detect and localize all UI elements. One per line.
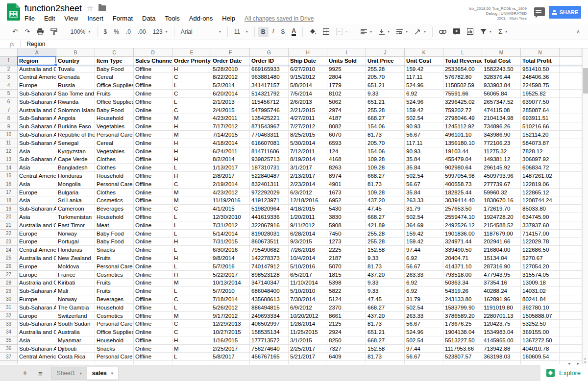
cell-G3[interactable]: 963881480 xyxy=(250,73,289,81)
cell-I6[interactable]: 5062 xyxy=(327,98,366,106)
cell-A33[interactable]: Sub-Saharan Afr xyxy=(18,320,56,328)
column-header-H[interactable]: H xyxy=(289,48,327,57)
cell-N14[interactable]: 606834.72 xyxy=(521,164,560,172)
cell-J6[interactable]: 651.21 xyxy=(366,98,405,106)
cell-H24[interactable]: 7/26/2016 xyxy=(289,246,327,254)
cell-L27[interactable]: 793518.00 xyxy=(443,271,482,279)
cell-partial-25[interactable] xyxy=(560,254,582,262)
cell-N12[interactable]: 7828.12 xyxy=(521,147,560,156)
cell-C16[interactable]: Personal Care xyxy=(95,180,134,189)
row-header-35[interactable]: 35 xyxy=(0,336,18,345)
cell-K31[interactable]: 502.54 xyxy=(405,304,443,312)
cell-partial-29[interactable] xyxy=(560,287,582,295)
cell-N34[interactable]: 369155.00 xyxy=(521,328,560,336)
cell-J13[interactable]: 109.28 xyxy=(366,155,405,164)
cell-E37[interactable]: L xyxy=(172,353,211,361)
cell-K32[interactable]: 263.33 xyxy=(405,312,443,320)
cell-J37[interactable]: 81.73 xyxy=(366,353,405,361)
cell-G14[interactable]: 187310731 xyxy=(250,164,289,172)
cell-E30[interactable]: C xyxy=(172,295,211,304)
cell-K3[interactable]: 117.11 xyxy=(405,73,443,81)
cell-G27[interactable]: 898523128 xyxy=(250,271,289,279)
cell-D22[interactable]: Online xyxy=(134,230,172,238)
cell-B5[interactable]: Sao Tome and P xyxy=(56,90,95,98)
cell-B8[interactable]: Angola xyxy=(56,114,95,122)
cell-I17[interactable]: 1673 xyxy=(327,189,366,197)
text-wrap-button[interactable]: ▾ xyxy=(393,27,411,36)
cell-M11[interactable]: 772106.23 xyxy=(482,139,521,147)
cell-G29[interactable]: 686048400 xyxy=(250,287,289,295)
cell-G23[interactable]: 860673511 xyxy=(250,238,289,246)
cell-H13[interactable]: 8/19/2014 xyxy=(289,155,327,164)
cell-H4[interactable]: 5/8/2014 xyxy=(289,81,327,90)
cell-G15[interactable]: 522840487 xyxy=(250,172,289,180)
cell-partial-19[interactable] xyxy=(560,205,582,213)
cell-G25[interactable]: 142278373 xyxy=(250,254,289,262)
cell-F18[interactable]: 11/19/2016 xyxy=(211,196,250,205)
menu-addons[interactable]: Add-ons xyxy=(189,15,213,22)
cell-J25[interactable]: 9.33 xyxy=(366,254,405,262)
vertical-scrollbar[interactable]: ▴ ▾ xyxy=(582,48,588,364)
cell-H21[interactable]: 9/11/2012 xyxy=(289,221,327,230)
row-header-37[interactable]: 37 xyxy=(0,353,18,361)
cell-I19[interactable]: 5430 xyxy=(327,205,366,213)
cell-sliver-7[interactable] xyxy=(289,361,327,364)
cell-D13[interactable]: Offline xyxy=(134,155,172,164)
cell-D12[interactable]: Online xyxy=(134,147,172,156)
row-header-23[interactable]: 23 xyxy=(0,238,18,246)
format-percent-button[interactable]: % xyxy=(110,27,122,37)
cell-E2[interactable]: H xyxy=(172,65,211,73)
cell-G17[interactable]: 972292029 xyxy=(250,189,289,197)
cell-partial-15[interactable] xyxy=(560,172,582,180)
cell-K35[interactable]: 502.54 xyxy=(405,336,443,345)
cell-I2[interactable]: 9925 xyxy=(327,65,366,73)
cell-N2[interactable]: 951410.50 xyxy=(521,65,560,73)
cell-D36[interactable]: Online xyxy=(134,345,172,353)
cell-K12[interactable]: 90.93 xyxy=(405,147,443,156)
cell-M36[interactable]: 713942.88 xyxy=(482,345,521,353)
cell-partial-31[interactable] xyxy=(560,304,582,312)
cell-partial-7[interactable] xyxy=(560,106,582,115)
cell-K4[interactable]: 524.96 xyxy=(405,81,443,90)
cell-G20[interactable]: 441619336 xyxy=(250,213,289,221)
cell-B14[interactable]: Bangladesh xyxy=(56,164,95,172)
cell-A26[interactable]: Europe xyxy=(18,262,56,271)
cell-L24[interactable]: 339490.50 xyxy=(443,246,482,254)
cell-F32[interactable]: 9/17/2012 xyxy=(211,312,250,320)
cell-H9[interactable]: 7/27/2012 xyxy=(289,122,327,131)
cell-I13[interactable]: 4168 xyxy=(327,155,366,164)
cell-B3[interactable]: Grenada xyxy=(56,73,95,81)
cell-B21[interactable]: East Timor xyxy=(56,221,95,230)
cell-D31[interactable]: Offline xyxy=(134,304,172,312)
cell-L25[interactable]: 20404.71 xyxy=(443,254,482,262)
cell-I14[interactable]: 8263 xyxy=(327,164,366,172)
menu-tools[interactable]: Tools xyxy=(165,15,179,22)
cell-G12[interactable]: 814711606 xyxy=(250,147,289,156)
cell-M27[interactable]: 477943.95 xyxy=(482,271,521,279)
cell-B24[interactable]: Honduras xyxy=(56,246,95,254)
cell-L26[interactable]: 414371.10 xyxy=(443,262,482,271)
row-header-26[interactable]: 26 xyxy=(0,262,18,271)
cell-F10[interactable]: 7/14/2015 xyxy=(211,131,250,139)
cell-A13[interactable]: Sub-Saharan Afr xyxy=(18,155,56,164)
column-header-D[interactable]: D xyxy=(134,48,172,57)
cell-H33[interactable]: 1/28/2014 xyxy=(289,320,327,328)
menu-data[interactable]: Data xyxy=(142,15,155,22)
cell-F5[interactable]: 6/20/2014 xyxy=(211,90,250,98)
cell-partial-1[interactable] xyxy=(560,57,582,65)
cell-F6[interactable]: 2/1/2013 xyxy=(211,98,250,106)
cell-E19[interactable]: C xyxy=(172,205,211,213)
cell-J26[interactable]: 81.73 xyxy=(366,262,405,271)
cell-A37[interactable]: Central America xyxy=(18,353,56,361)
cell-C6[interactable]: Office Supplies xyxy=(95,98,134,106)
cell-G21[interactable]: 322067916 xyxy=(250,221,289,230)
cell-M23[interactable]: 202941.66 xyxy=(482,238,521,246)
cell-G13[interactable]: 939825713 xyxy=(250,155,289,164)
cell-F12[interactable]: 6/24/2011 xyxy=(211,147,250,156)
cell-N19[interactable]: 85033.80 xyxy=(521,205,560,213)
cell-M13[interactable]: 149381.12 xyxy=(482,155,521,164)
cell-K11[interactable]: 117.11 xyxy=(405,139,443,147)
cell-H19[interactable]: 4/18/2015 xyxy=(289,205,327,213)
cell-L9[interactable]: 1245112.92 xyxy=(443,122,482,131)
row-header-17[interactable]: 17 xyxy=(0,189,18,197)
